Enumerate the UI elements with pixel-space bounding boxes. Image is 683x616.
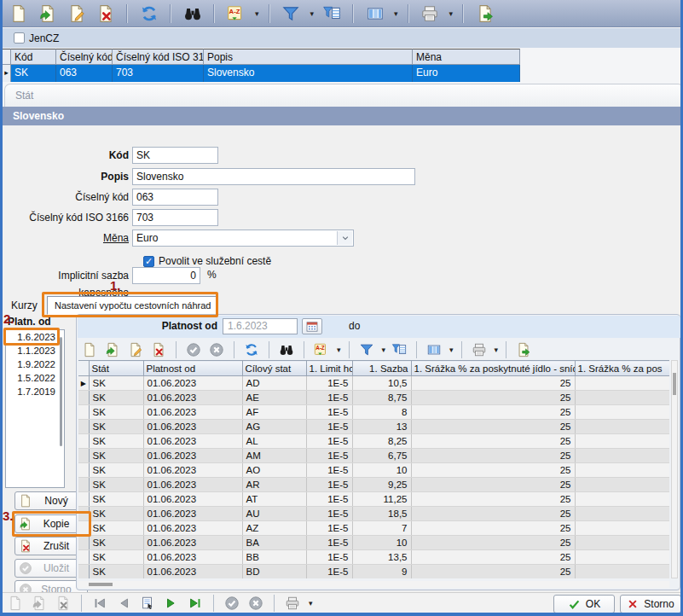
- print-icon[interactable]: [470, 340, 489, 359]
- accept-icon[interactable]: [184, 340, 203, 359]
- rates-cell[interactable]: [575, 434, 669, 449]
- filter-values-icon[interactable]: [390, 340, 408, 359]
- sort-dropdown-icon[interactable]: ▾: [255, 9, 259, 18]
- rates-cell[interactable]: 1E-5: [306, 478, 352, 492]
- rates-row[interactable]: SK01.06.2023AG1E-51325: [78, 420, 669, 434]
- rates-cell[interactable]: 18,5: [352, 507, 411, 521]
- next-record-icon[interactable]: [162, 594, 181, 613]
- rates-cell[interactable]: AO: [242, 463, 306, 478]
- validity-item[interactable]: 1.6.2023: [6, 330, 64, 344]
- rates-cell[interactable]: AT: [242, 492, 306, 507]
- record-detail-icon[interactable]: [138, 594, 157, 613]
- popis-field[interactable]: Slovensko: [132, 168, 415, 185]
- rates-cell[interactable]: SK: [89, 550, 143, 565]
- rates-cell[interactable]: SK: [89, 449, 143, 463]
- rates-cell[interactable]: 1E-5: [306, 536, 352, 550]
- rates-cell[interactable]: 1E-5: [306, 405, 352, 420]
- rates-vscrollbar[interactable]: [671, 360, 678, 578]
- mena-select[interactable]: Euro: [132, 230, 354, 247]
- rates-cell[interactable]: 1E-5: [306, 391, 352, 405]
- rates-row[interactable]: SK01.06.2023BD1E-5925: [78, 565, 669, 579]
- rates-cell[interactable]: [575, 492, 669, 507]
- rates-cell[interactable]: SK: [89, 565, 143, 579]
- delete-icon[interactable]: [149, 340, 168, 359]
- refresh-icon[interactable]: [137, 2, 160, 25]
- sort-dropdown-icon[interactable]: ▾: [337, 346, 341, 354]
- column-header-popis[interactable]: Popis: [204, 49, 413, 65]
- rates-cell[interactable]: AG: [242, 420, 306, 434]
- column-header-ciselny-kod[interactable]: Číselný kód: [56, 49, 113, 65]
- rates-cell[interactable]: AL: [242, 434, 306, 449]
- print-icon[interactable]: [283, 594, 302, 613]
- scrollbar-thumb[interactable]: [89, 583, 113, 586]
- new-record-icon[interactable]: [7, 2, 30, 25]
- rates-cell[interactable]: [575, 521, 669, 536]
- rates-column-header[interactable]: Platnost od: [143, 361, 242, 376]
- columns-dropdown-icon[interactable]: ▾: [449, 346, 454, 354]
- validity-item[interactable]: 1.7.2019: [6, 385, 64, 398]
- cancel-icon[interactable]: [246, 594, 265, 613]
- columns-icon[interactable]: [425, 340, 443, 359]
- rates-row[interactable]: SK01.06.2023AE1E-58,7525: [78, 391, 669, 405]
- rates-column-header[interactable]: 1. Sazba: [352, 361, 411, 376]
- rates-cell[interactable]: 8,75: [352, 391, 411, 405]
- rates-row[interactable]: SK01.06.2023AM1E-56,7525: [78, 449, 669, 463]
- edit-icon[interactable]: [126, 340, 145, 359]
- new-icon[interactable]: [6, 594, 25, 613]
- chevron-down-icon[interactable]: [337, 231, 352, 245]
- rates-cell[interactable]: AM: [242, 449, 306, 463]
- rates-cell[interactable]: 01.06.2023: [143, 449, 242, 463]
- scrollbar-thumb[interactable]: [60, 337, 62, 446]
- iso-field[interactable]: 703: [132, 209, 218, 226]
- rates-cell[interactable]: [575, 391, 669, 405]
- print-dropdown-icon[interactable]: ▾: [309, 599, 313, 607]
- rates-cell[interactable]: 1E-5: [306, 507, 352, 521]
- rates-cell[interactable]: 10: [352, 536, 411, 550]
- sort-az-icon[interactable]: [224, 2, 247, 25]
- column-header-kod[interactable]: Kód: [11, 49, 56, 65]
- rates-cell[interactable]: 1E-5: [306, 550, 352, 565]
- platnost-od-field[interactable]: 1.6.2023: [223, 318, 298, 334]
- tab-kurzy[interactable]: Kurzy: [11, 299, 38, 311]
- rates-cell[interactable]: 9: [352, 565, 411, 579]
- rates-cell[interactable]: 13,5: [352, 550, 411, 565]
- copy-record-icon[interactable]: [36, 2, 59, 25]
- validity-item[interactable]: 1.9.2022: [6, 357, 64, 371]
- copy-icon[interactable]: [103, 340, 122, 359]
- rates-cell[interactable]: 25: [411, 478, 575, 492]
- rates-row[interactable]: SK01.06.2023BB1E-513,525: [78, 550, 669, 565]
- pocket-rate-field[interactable]: 0: [132, 267, 200, 284]
- filter-icon[interactable]: [357, 340, 376, 359]
- tab-settings[interactable]: Nastavení vypočtu cestovních náhrad: [47, 296, 218, 315]
- rates-cell[interactable]: 1E-5: [306, 376, 352, 391]
- rates-cell[interactable]: SK: [89, 492, 143, 507]
- rates-column-header[interactable]: 1. Srážka % za pos: [575, 361, 669, 376]
- rates-cell[interactable]: 01.06.2023: [143, 536, 242, 550]
- rates-cell[interactable]: [575, 463, 669, 478]
- rates-cell[interactable]: SK: [89, 463, 143, 478]
- rates-row[interactable]: ▶SK01.06.2023AD1E-510,525: [78, 376, 669, 391]
- print-dropdown-icon[interactable]: ▾: [495, 346, 499, 354]
- sort-az-icon[interactable]: [312, 340, 331, 359]
- rates-cell[interactable]: 1E-5: [306, 449, 352, 463]
- rates-cell[interactable]: SK: [89, 536, 143, 550]
- rates-cell[interactable]: 1E-5: [306, 463, 352, 478]
- kod-field[interactable]: SK: [132, 147, 218, 164]
- rates-cell[interactable]: [575, 550, 669, 565]
- rates-cell[interactable]: 01.06.2023: [143, 376, 242, 391]
- rates-cell[interactable]: 9,25: [352, 478, 411, 492]
- rates-row[interactable]: SK01.06.2023AF1E-5825: [78, 405, 669, 420]
- rates-cell[interactable]: 25: [411, 376, 575, 391]
- rates-cell[interactable]: SK: [89, 391, 143, 405]
- calendar-button[interactable]: [302, 318, 322, 334]
- validity-item[interactable]: 1.1.2023: [6, 344, 64, 357]
- rates-cell[interactable]: 1E-5: [306, 492, 352, 507]
- edit-record-icon[interactable]: [65, 2, 88, 25]
- mena-label[interactable]: Měna: [14, 230, 129, 247]
- rates-cell[interactable]: 25: [411, 463, 575, 478]
- export-icon[interactable]: [514, 340, 533, 359]
- rates-row[interactable]: SK01.06.2023AL1E-58,2525: [78, 434, 669, 449]
- rates-cell[interactable]: 25: [411, 550, 575, 565]
- rates-column-header[interactable]: Stát: [89, 361, 143, 376]
- last-record-icon[interactable]: [186, 594, 205, 613]
